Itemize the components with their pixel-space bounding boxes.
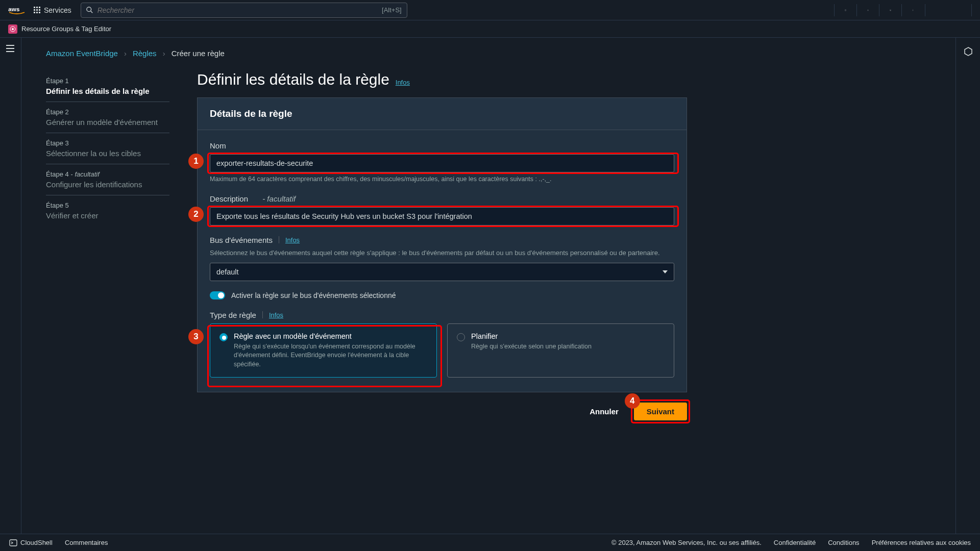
notifications-icon[interactable] [856, 4, 869, 16]
info-link[interactable]: Infos [269, 311, 283, 319]
privacy-link[interactable]: Confidentialité [774, 539, 816, 546]
svg-line-11 [90, 11, 92, 13]
comments-link[interactable]: Commentaires [65, 539, 108, 546]
step-label: Étape 3 [46, 139, 169, 147]
rule-type-pattern-tile[interactable]: Règle avec un modèle d'événement Règle q… [210, 323, 437, 378]
description-field: 2 Description - facultatif [210, 194, 674, 226]
field-label: Description - facultatif [210, 194, 674, 203]
radio-unselected-icon [457, 333, 465, 341]
svg-rect-9 [39, 12, 40, 13]
secondary-nav: Resource Groups & Tag Editor [0, 20, 980, 38]
breadcrumb-service[interactable]: Amazon EventBridge [46, 49, 118, 58]
services-label: Services [44, 6, 71, 14]
step-label: Étape 4 - facultatif [46, 170, 169, 178]
svg-rect-7 [34, 12, 35, 13]
services-button[interactable]: Services [34, 6, 71, 14]
hexagon-icon[interactable] [964, 47, 973, 534]
terms-link[interactable]: Conditions [828, 539, 859, 546]
rule-type-schedule-tile[interactable]: Planifier Règle qui s'exécute selon une … [447, 323, 674, 378]
page-title: Définir les détails de la règle [197, 71, 389, 88]
step-2[interactable]: Étape 2 Générer un modèle d'événement [46, 102, 169, 133]
svg-text:?: ? [890, 9, 891, 10]
field-label: Bus d'événements Infos [210, 236, 674, 244]
info-link[interactable]: Infos [396, 79, 410, 86]
resource-groups-label[interactable]: Resource Groups & Tag Editor [21, 25, 111, 33]
chevron-right-icon: › [163, 49, 165, 58]
next-button[interactable]: Suivant [634, 403, 687, 420]
aws-logo[interactable]: aws [8, 5, 26, 15]
svg-rect-3 [39, 7, 40, 8]
step-5[interactable]: Étape 5 Vérifier et créer [46, 195, 169, 226]
cloudshell-link[interactable]: CloudShell [20, 539, 53, 546]
select-value: default [216, 268, 239, 276]
rule-type-field: 3 Type de règle Infos [210, 311, 674, 378]
main-panel: Définir les détails de la règle Infos Dé… [197, 71, 687, 436]
cloudshell-icon[interactable] [834, 4, 846, 16]
svg-point-15 [913, 10, 913, 10]
field-label: Nom [210, 141, 674, 150]
step-1[interactable]: Étape 1 Définir les détails de la règle [46, 71, 169, 102]
search-box[interactable]: [Alt+S] [81, 3, 407, 18]
content-area: Amazon EventBridge › Règles › Créer une … [21, 38, 955, 534]
event-bus-field: Bus d'événements Infos Sélectionnez le b… [210, 236, 674, 281]
cancel-button[interactable]: Annuler [581, 403, 627, 420]
left-rail [0, 38, 21, 534]
svg-rect-8 [36, 12, 38, 13]
chevron-down-icon [663, 270, 668, 273]
search-shortcut: [Alt+S] [382, 6, 402, 14]
help-icon[interactable]: ? [879, 4, 891, 16]
svg-rect-4 [34, 9, 35, 11]
info-link[interactable]: Infos [285, 236, 300, 244]
search-input[interactable] [97, 6, 382, 14]
callout-marker-3: 3 [188, 329, 204, 344]
rule-name-input[interactable] [210, 154, 674, 172]
settings-icon[interactable] [901, 4, 914, 16]
step-title: Vérifier et créer [46, 211, 169, 220]
hamburger-icon[interactable] [6, 45, 15, 534]
divider-icon [279, 236, 279, 243]
callout-marker-2: 2 [188, 207, 204, 222]
callout-marker-4: 4 [625, 393, 640, 409]
enable-rule-toggle[interactable] [210, 291, 225, 299]
right-rail [955, 38, 980, 534]
breadcrumb-rules[interactable]: Règles [133, 49, 157, 58]
grid-icon [34, 7, 41, 14]
radio-desc: Règle qui s'exécute lorsqu'un événement … [234, 342, 427, 369]
copyright-text: © 2023, Amazon Web Services, Inc. ou ses… [611, 539, 762, 546]
bottom-bar: CloudShell Commentaires © 2023, Amazon W… [0, 534, 980, 551]
resource-groups-icon [8, 24, 17, 34]
step-title: Générer un modèle d'événement [46, 118, 169, 127]
rule-details-card: Détails de la règle 1 Nom Maximum de 64 … [197, 97, 687, 392]
search-icon [86, 7, 93, 14]
radio-selected-icon [219, 333, 228, 341]
field-label: Type de règle Infos [210, 311, 674, 319]
breadcrumb-current: Créer une règle [172, 49, 225, 58]
card-header: Détails de la règle [198, 98, 687, 130]
event-bus-select[interactable]: default [210, 263, 674, 281]
step-label: Étape 2 [46, 108, 169, 116]
chevron-right-icon: › [124, 49, 127, 58]
step-title: Définir les détails de la règle [46, 87, 169, 95]
radio-title: Règle avec un modèle d'événement [234, 332, 427, 340]
step-label: Étape 5 [46, 202, 169, 209]
breadcrumb: Amazon EventBridge › Règles › Créer une … [46, 49, 931, 58]
step-4[interactable]: Étape 4 - facultatif Configurer les iden… [46, 164, 169, 195]
step-3[interactable]: Étape 3 Sélectionner la ou les cibles [46, 133, 169, 164]
radio-desc: Règle qui s'exécute selon une planificat… [471, 342, 592, 352]
step-label: Étape 1 [46, 77, 169, 85]
svg-point-10 [87, 7, 91, 11]
field-help: Maximum de 64 caractères comprenant des … [210, 175, 674, 184]
rule-description-input[interactable] [210, 207, 674, 226]
toggle-label: Activer la règle sur le bus d'événements… [231, 291, 396, 299]
wizard-steps: Étape 1 Définir les détails de la règle … [46, 71, 169, 436]
field-description: Sélectionnez le bus d'événements auquel … [210, 248, 674, 258]
radio-title: Planifier [471, 332, 592, 340]
svg-marker-21 [965, 47, 972, 56]
enable-rule-toggle-row: Activer la règle sur le bus d'événements… [210, 291, 674, 299]
cloudshell-icon [9, 539, 17, 547]
name-field: 1 Nom Maximum de 64 caractères comprenan… [210, 141, 674, 184]
cookies-link[interactable]: Préférences relatives aux cookies [872, 539, 971, 546]
svg-point-17 [12, 28, 14, 30]
divider-icon [262, 311, 263, 318]
step-title: Sélectionner la ou les cibles [46, 149, 169, 158]
